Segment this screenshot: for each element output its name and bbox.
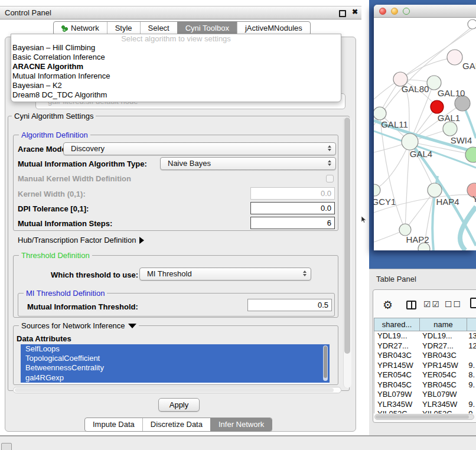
new-table-icon[interactable] [470,298,476,308]
node-label-hap4: HAP4 [436,197,459,207]
close-icon[interactable]: ✖ [352,8,358,16]
settings-hscrollbar-thumb[interactable] [15,388,334,392]
node-gcy1[interactable] [374,184,380,196]
menu-item-aracne[interactable]: ARACNE Algorithm [11,62,341,71]
table-hscrollbar[interactable] [374,414,474,420]
deselect-all-checkboxes-icon[interactable]: ☐☐ [445,299,462,309]
dpi-tolerance-field[interactable]: 0.0 [250,202,335,214]
split-columns-icon[interactable] [406,301,416,309]
mi-algorithm-type-label: Mutual Information Algorithm Type: [18,159,147,168]
node-gal4[interactable] [402,133,418,150]
network-view-window[interactable]: GAL80 GAL10 GAL1 GAL11 SWI4 GAL4 GCY1 HA… [374,5,476,250]
table-row[interactable]: YDL19...YDL19...13 [374,331,476,341]
tab-network[interactable]: Network [54,22,107,35]
attribute-betweennesscentrality[interactable]: BetweennessCentrality [21,363,330,373]
dpi-tolerance-label: DPI Tolerance [0,1]: [18,204,89,213]
tab-impute-data[interactable]: Impute Data [85,418,142,431]
table-header-row: shared... name [374,318,476,331]
node-label-gal80: GAL80 [402,84,429,94]
network-canvas[interactable]: GAL80 GAL10 GAL1 GAL11 SWI4 GAL4 GCY1 HA… [374,18,476,250]
tab-style[interactable]: Style [107,22,140,35]
gear-icon[interactable]: ⚙ [383,298,393,312]
attributes-scrollbar[interactable] [323,345,328,381]
menu-item-bayesian-hill-climbing[interactable]: Bayesian – Hill Climbing [11,43,341,53]
close-traffic-light-icon[interactable] [379,8,386,15]
settings-scrollbar-thumb[interactable] [344,118,350,354]
which-threshold-combo[interactable]: MI Threshold [139,268,311,281]
node-label-gcy1: GCY1 [374,197,396,207]
kernel-width-field[interactable]: 0.0 [250,187,335,200]
tab-select[interactable]: Select [140,22,177,35]
algorithm-dropdown-popup: Select algorithm to view settings Bayesi… [11,34,341,102]
sources-group-title[interactable]: Sources for Network Inference [19,321,139,330]
node-gal11[interactable] [374,107,386,120]
mi-algorithm-type-combo[interactable]: Naive Bayes [160,157,336,170]
mi-threshold-field[interactable]: 0.5 [247,299,332,311]
table-row[interactable]: YLR345WYLR345W9. [374,400,476,410]
attribute-topologicalcoefficient[interactable]: TopologicalCoefficient [21,354,330,363]
node-label-gal4: GAL4 [410,149,432,159]
combo-stepper-icon [303,270,307,276]
table-row[interactable]: YBR043CYBR043C [374,351,476,361]
apply-button[interactable]: Apply [158,398,200,412]
node-swi4[interactable] [443,122,457,136]
float-window-icon[interactable] [339,10,346,17]
tab-jactivemnodules[interactable]: jActiveMNodules [237,22,310,35]
bottom-tabbar: Impute Data Discretize Data Infer Networ… [84,418,272,432]
table-row[interactable]: YIL052CYIL052C9 [374,409,476,413]
menu-item-dream8[interactable]: Dream8 DC_TDC Algorithm [11,90,341,100]
node-gal7[interactable] [447,50,462,65]
combo-stepper-icon [328,145,331,151]
select-all-checkboxes-icon[interactable]: ☑☑ [423,299,441,309]
expanded-arrow-icon [128,324,136,328]
tab-infer-network[interactable]: Infer Network [210,418,272,431]
node-label-gal7-clipped: GAL7 [462,61,476,71]
mi-threshold-definition-title: MI Threshold Definition [24,289,107,298]
node-hap2[interactable] [399,224,411,236]
settings-scrollbar[interactable] [343,117,351,388]
zoom-traffic-light-icon[interactable] [403,8,410,15]
control-panel-titlebar: Control Panel ✖ [0,6,361,19]
table-row[interactable]: YPR145WYPR145W9. [374,361,476,371]
table-rows: YDL19...YDL19...13 YDR27...YDR27...12 YB… [374,331,476,413]
threshold-definition-title: Threshold Definition [19,251,92,260]
table-row[interactable]: YBR045CYBR045C9. [374,380,476,390]
attributes-scrollbar-thumb[interactable] [324,346,327,378]
tab-discretize-data[interactable]: Discretize Data [142,418,210,431]
table-row[interactable]: YBL079WYBL079W [374,390,476,400]
node-unnamed-top[interactable] [468,19,476,29]
network-icon [61,25,68,32]
data-attributes-label: Data Attributes [17,334,71,343]
node-hap4[interactable] [428,183,442,197]
network-graph: GAL80 GAL10 GAL1 GAL11 SWI4 GAL4 GCY1 HA… [374,18,476,250]
menu-item-basic-correlation[interactable]: Basic Correlation Inference [11,53,341,62]
combo-stepper-icon [328,160,331,166]
algorithm-definition-title: Algorithm Definition [19,131,90,139]
hub-definition-toggle[interactable]: Hub/Transcription Factor Definition [18,236,144,244]
tab-cyni-toolbox[interactable]: Cyni Toolbox [177,22,237,35]
hub-definition-label: Hub/Transcription Factor Definition [18,236,136,244]
tab-network-label: Network [71,22,99,35]
table-hscrollbar-thumb[interactable] [376,415,469,419]
mini-panel-button[interactable] [1,443,12,450]
column-header-shared[interactable]: shared... [374,318,420,331]
minimize-traffic-light-icon[interactable] [391,8,398,15]
attribute-selfloops[interactable]: SelfLoops [21,344,330,354]
control-panel-title: Control Panel [5,8,51,17]
aracne-mode-combo[interactable]: Discovery [63,142,336,155]
mi-steps-field[interactable]: 6 [250,217,335,229]
aracne-mode-value: Discovery [71,144,105,153]
manual-kernel-checkbox[interactable] [326,175,334,182]
network-window-titlebar[interactable] [374,5,476,18]
column-header-name[interactable]: name [420,318,467,331]
attribute-gal4rgexp[interactable]: gal4RGexp [21,373,330,383]
table-row[interactable]: YER054CYER054C8. [374,370,476,380]
menu-item-mutual-information[interactable]: Mutual Information Inference [11,71,341,81]
node-label-swi4: SWI4 [451,135,472,145]
node-gal1-selected-red[interactable] [431,100,444,113]
table-row[interactable]: YDR27...YDR27...12 [374,341,476,351]
node-label-y-clipped: Y [472,194,476,204]
settings-hscrollbar[interactable] [13,387,341,393]
menu-item-bayesian-k2[interactable]: Bayesian – K2 [11,81,341,90]
column-header-clipped[interactable] [467,318,476,331]
